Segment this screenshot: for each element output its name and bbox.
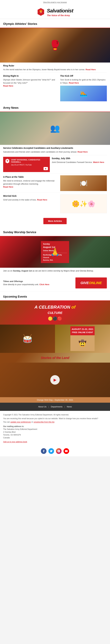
farewell-youtube-icon: ▶	[5, 167, 48, 170]
army-news-section: Army News Service Celebrates Accepted Ca…	[0, 103, 110, 215]
celebration-line2: CULTURE	[3, 310, 107, 315]
play-button[interactable]: ▶	[50, 375, 60, 384]
farewell-info-col: Sunday, July 25th Joint Divisional Candi…	[52, 157, 107, 172]
upcoming-events-section: Upcoming Events A CELEBRATION of CULTURE…	[0, 292, 110, 403]
kick-off-title: The Kick Off	[60, 74, 107, 78]
diving-desc: Olympic diver Steele Johnson ignored the…	[3, 78, 58, 88]
worried-link[interactable]: Read Here	[37, 198, 47, 201]
video-play-wrapper[interactable]: ▶	[0, 362, 110, 397]
footer-legal: Copyright © 2021 The Salvation Army Edit…	[0, 411, 110, 446]
farewell-title: JOINT DIVISIONAL CANDIDATES FAREWELL	[11, 159, 48, 163]
farewell-card-col: S JOINT DIVISIONAL CANDIDATES FAREWELL J…	[3, 157, 50, 172]
farewell-watch-link[interactable]: Watch Here	[93, 161, 104, 164]
farewell-date: July 25 at 4 PM ET | YouTube	[11, 164, 48, 166]
kick-off-link[interactable]: Read Here	[69, 82, 79, 84]
man-hat-col: AUGUST 21-22, 2021 FREE ONLINE EVENT 🤠	[55, 324, 110, 353]
farewell-shield-icon: S	[5, 159, 10, 164]
worried-col: Worried Sick Grief and anxiety in the wa…	[3, 194, 60, 213]
copyright-text: Copyright © 2021 The Salvation Army Edit…	[3, 413, 107, 416]
farewell-row: S JOINT DIVISIONAL CANDIDATES FAREWELL J…	[0, 155, 110, 174]
worship-section: Sunday Worship Service Sunday August 1st…	[0, 227, 110, 292]
mailing-title: Our mailing address is:	[3, 425, 24, 428]
site-title: Salvationist	[47, 7, 73, 14]
preferences-text: You can update your preferences or unsub…	[3, 420, 107, 424]
celebration-images-row: 🥁 AUGUST 21-22, 2021 FREE ONLINE EVENT 🤠	[0, 324, 110, 353]
worship-date2: August 1st	[43, 246, 67, 249]
online-label: ONLINE	[89, 281, 102, 285]
worship-join-text-area: Join us on Sunday, August 1st as we are …	[0, 268, 110, 276]
celebration-icons: 🟡⚫🔴	[3, 316, 107, 322]
service-celebrates-link[interactable]: Read Here	[78, 151, 88, 153]
footer-divider2: |	[64, 405, 65, 408]
diving-col: Diving Right In Olympic diver Steele Joh…	[3, 74, 60, 101]
diving-title: Diving Right In	[3, 74, 58, 78]
footer-nav-links: About Us | Departments | News	[3, 405, 107, 408]
worried-title: Worried Sick	[3, 194, 58, 198]
add-address-book-link[interactable]: Add us to your address book	[3, 441, 27, 443]
orange-shirt-banner: Orange Shirt Day—September 30, 2021	[0, 397, 110, 403]
tithes-title: Tithes and Offerings	[3, 280, 23, 282]
tithes-link[interactable]: Click Here	[39, 283, 49, 286]
stories-text: Stories of the Land	[2, 356, 108, 360]
site-subtitle: The Voice of the Army	[47, 14, 73, 17]
view-in-browser-link[interactable]: View this email in your browser	[43, 1, 67, 3]
worship-image: Sunday August 1st Online Meeting Northri…	[0, 236, 110, 268]
drum-image: 🥁	[0, 324, 55, 353]
worried-image: 🌼✨🌸	[60, 194, 107, 213]
mailing-line4: Canada	[3, 436, 10, 439]
receiving-text: You are receiving this email because you…	[3, 417, 107, 420]
top-bar: View this email in your browser	[0, 0, 110, 4]
footer-news-link[interactable]: News	[67, 405, 72, 408]
tom-scott-image	[60, 86, 107, 101]
worship-bold-date: Sunday, August 1st	[13, 270, 32, 272]
ring-ruler-link[interactable]: Read Here	[86, 68, 96, 71]
diving-link[interactable]: Read Here	[3, 85, 13, 87]
olympic-section-title: Olympic Athletes' Stories	[0, 19, 110, 28]
place-table-desc: We need to embrace, endorse and engage t…	[3, 179, 58, 188]
more-articles-section: More Articles	[0, 215, 110, 227]
more-articles-button[interactable]: More Articles	[43, 218, 67, 224]
mailing-line3: Toronto, On M4H1P4	[3, 434, 21, 436]
boxing-image	[0, 28, 110, 62]
header: S Salvationist The Voice of the Army	[0, 4, 110, 19]
footer-departments-link[interactable]: Departments	[51, 405, 62, 408]
give-online-box: GIVEONLINE	[76, 278, 107, 288]
youtube-icon[interactable]	[64, 448, 69, 454]
aug-date-banner: AUGUST 21-22, 2021 FREE ONLINE EVENT	[70, 326, 94, 335]
place-table-image	[60, 175, 107, 191]
service-celebrates-title: Service Celebrates Accepted Candidates a…	[3, 146, 107, 150]
worried-row: Worried Sick Grief and anxiety in the wa…	[0, 193, 110, 215]
ring-ruler-desc: As the world watches her at the Olympics…	[3, 68, 107, 71]
army-group-image	[0, 112, 110, 145]
worship-section-title: Sunday Worship Service	[0, 227, 110, 236]
worship-meeting: Online Meeting	[43, 249, 67, 252]
celebration-banner: A CELEBRATION of CULTURE 🟡⚫🔴	[0, 301, 110, 324]
service-celebrates-article: Service Celebrates Accepted Candidates a…	[0, 145, 110, 155]
give-label: GIVE	[80, 281, 89, 285]
olympic-two-col: Diving Right In Olympic diver Steele Joh…	[0, 73, 110, 103]
farewell-sunday-desc: Joint Divisional Candidates Farewell Ser…	[52, 161, 107, 164]
footer-divider1: |	[48, 405, 49, 408]
footer-about-link[interactable]: About Us	[38, 405, 46, 408]
worship-date: Sunday	[43, 242, 67, 246]
celebration-line1: A CELEBRATION of	[3, 304, 107, 310]
worried-img-col: 🌼✨🌸	[60, 194, 107, 213]
free-online-label: FREE ONLINE EVENT	[72, 331, 93, 334]
tithes-text: Tithes and Offerings Give directly to yo…	[3, 280, 73, 286]
footer-nav: About Us | Departments | News	[0, 403, 110, 411]
place-table-title: A Place at the Table	[3, 175, 58, 179]
place-table-link[interactable]: Read Here	[3, 186, 13, 188]
instagram-icon[interactable]	[56, 448, 62, 454]
ring-ruler-article: Ring Ruler As the world watches her at t…	[0, 62, 110, 73]
update-preferences-link[interactable]: update your preferences	[10, 421, 31, 423]
worried-desc: Grief and anxiety in the wake of loss. R…	[3, 198, 58, 202]
stories-banner: Stories of the Land	[0, 353, 110, 362]
unsubscribe-link[interactable]: unsubscribe from this list	[34, 421, 54, 423]
twitter-icon[interactable]	[48, 448, 54, 454]
place-table-col: A Place at the Table We need to embrace,…	[3, 175, 60, 191]
place-table-img-col	[60, 175, 107, 191]
place-table-row: A Place at the Table We need to embrace,…	[0, 174, 110, 192]
worship-church: Northridge Community Church	[43, 254, 67, 259]
facebook-icon[interactable]	[41, 448, 46, 454]
social-row	[0, 446, 110, 456]
